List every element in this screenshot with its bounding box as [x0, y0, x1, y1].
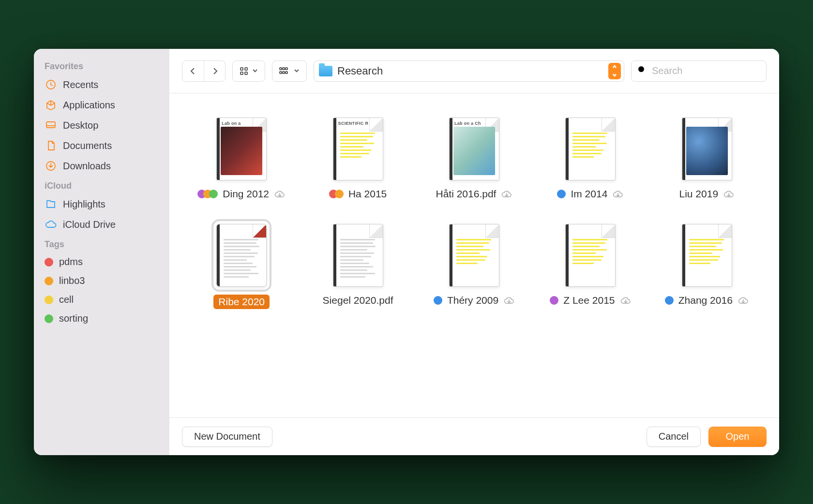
svg-rect-4 — [46, 122, 55, 128]
file-item[interactable]: SCIENTIFIC RHa 2015 — [302, 118, 413, 200]
sidebar-item-applications[interactable]: Applications — [34, 95, 169, 115]
sidebar-section-title: iCloud — [34, 176, 169, 194]
svg-rect-17 — [286, 72, 287, 74]
sidebar-item-label: Highlights — [63, 199, 105, 210]
file-tag-dots — [550, 296, 558, 305]
sidebar-item-linbo3[interactable]: linbo3 — [34, 271, 169, 290]
file-item[interactable]: Théry 2009 — [419, 224, 530, 309]
download-icon — [45, 160, 57, 172]
cancel-button[interactable]: Cancel — [647, 427, 701, 447]
group-view-button[interactable] — [272, 61, 306, 81]
cloud-download-icon[interactable] — [612, 189, 624, 199]
cloud-download-icon[interactable] — [274, 189, 286, 199]
svg-rect-14 — [286, 68, 287, 70]
highlights-icon — [45, 198, 57, 210]
sidebar-item-highlights[interactable]: Highlights — [34, 194, 169, 214]
cloud-download-icon[interactable] — [620, 296, 632, 305]
file-item[interactable]: Zhang 2016 — [651, 224, 763, 309]
svg-rect-16 — [283, 72, 285, 74]
file-label-row: Z Lee 2015 — [550, 295, 631, 306]
new-document-button[interactable]: New Document — [182, 427, 272, 447]
tag-dot-icon — [45, 314, 53, 323]
sidebar-item-label: cell — [59, 294, 74, 305]
sidebar-section-title: Tags — [34, 235, 169, 252]
sidebar-item-desktop[interactable]: Desktop — [34, 115, 169, 135]
svg-line-19 — [644, 72, 646, 74]
sidebar-item-documents[interactable]: Documents — [34, 135, 169, 156]
desktop-icon — [45, 119, 57, 132]
nav-buttons — [182, 60, 226, 82]
svg-line-2 — [47, 103, 51, 105]
file-thumbnail — [565, 118, 616, 180]
svg-point-18 — [638, 66, 644, 72]
open-button[interactable]: Open — [708, 427, 767, 447]
doc-icon — [45, 139, 57, 152]
sidebar-item-pdms[interactable]: pdms — [34, 252, 169, 271]
back-button[interactable] — [182, 61, 204, 81]
file-thumbnail — [682, 118, 732, 180]
cloud-download-icon[interactable] — [503, 296, 515, 305]
file-label-row: Siegel 2020.pdf — [323, 295, 393, 306]
file-label-row: Ding 2012 — [197, 188, 286, 200]
file-label-row: Im 2014 — [557, 188, 624, 200]
file-tag-dots — [434, 296, 442, 305]
sidebar-item-downloads[interactable]: Downloads — [34, 156, 169, 176]
clock-icon — [45, 78, 57, 91]
sidebar-item-icloud-drive[interactable]: iCloud Drive — [34, 214, 169, 235]
file-label-row: Liu 2019 — [679, 188, 735, 200]
sidebar-item-cell[interactable]: cell — [34, 290, 169, 309]
file-item[interactable]: Lab on aDing 2012 — [186, 118, 297, 200]
file-thumbnail — [216, 224, 267, 287]
tag-dot-icon — [45, 258, 53, 267]
file-tag-dots — [329, 190, 344, 198]
file-thumbnail — [565, 224, 616, 287]
forward-button[interactable] — [204, 61, 225, 81]
chevron-down-icon — [294, 67, 300, 75]
search-field[interactable] — [631, 60, 767, 82]
sidebar-item-label: linbo3 — [59, 275, 85, 286]
file-tag-dots — [665, 296, 674, 305]
sidebar-item-label: Desktop — [63, 120, 98, 131]
sidebar-item-recents[interactable]: Recents — [34, 74, 169, 95]
search-icon — [637, 65, 647, 77]
file-thumbnail: SCIENTIFIC R — [333, 118, 383, 180]
file-item[interactable]: Siegel 2020.pdf — [302, 224, 413, 309]
file-thumbnail — [333, 224, 383, 287]
sidebar-item-sorting[interactable]: sorting — [34, 309, 169, 328]
main-panel: Research Lab on aDing 2012SCIENTIFIC RHa… — [169, 49, 779, 455]
file-name: Z Lee 2015 — [563, 295, 615, 306]
file-thumbnail: Lab on a Ch — [449, 118, 499, 180]
sidebar-item-label: Documents — [63, 140, 112, 151]
location-stepper[interactable] — [608, 63, 621, 79]
file-label-row: Håti 2016.pdf — [436, 188, 513, 200]
file-item[interactable]: Liu 2019 — [651, 118, 763, 200]
cloud-icon — [45, 218, 57, 231]
file-item[interactable]: Z Lee 2015 — [535, 224, 646, 309]
open-dialog: FavoritesRecentsApplicationsDesktopDocum… — [34, 49, 779, 455]
sidebar-item-label: pdms — [59, 256, 83, 267]
file-thumbnail — [449, 224, 499, 287]
file-item[interactable]: Ribe 2020 — [186, 224, 297, 309]
file-name: Ding 2012 — [223, 188, 269, 200]
location-selector[interactable]: Research — [314, 60, 624, 82]
search-input[interactable] — [652, 65, 774, 76]
toolbar: Research — [169, 49, 779, 93]
sidebar-item-label: iCloud Drive — [63, 219, 116, 230]
tag-dot-icon — [45, 277, 53, 285]
svg-rect-15 — [280, 72, 282, 74]
file-name: Ribe 2020 — [213, 295, 270, 309]
file-item[interactable]: Im 2014 — [535, 118, 646, 200]
icon-view-button[interactable] — [233, 61, 265, 81]
cloud-download-icon[interactable] — [723, 189, 735, 199]
file-item[interactable]: Lab on a ChHåti 2016.pdf — [419, 118, 530, 200]
cloud-download-icon[interactable] — [738, 296, 749, 305]
file-browser: Lab on aDing 2012SCIENTIFIC RHa 2015Lab … — [169, 93, 779, 417]
file-name: Ha 2015 — [348, 188, 387, 200]
svg-rect-10 — [241, 72, 243, 74]
chevron-down-icon — [252, 67, 258, 75]
cloud-download-icon[interactable] — [501, 189, 512, 199]
file-tag-dots — [197, 190, 218, 198]
file-name: Im 2014 — [571, 188, 607, 200]
svg-line-3 — [51, 103, 55, 105]
view-mode-group-2 — [272, 60, 307, 82]
